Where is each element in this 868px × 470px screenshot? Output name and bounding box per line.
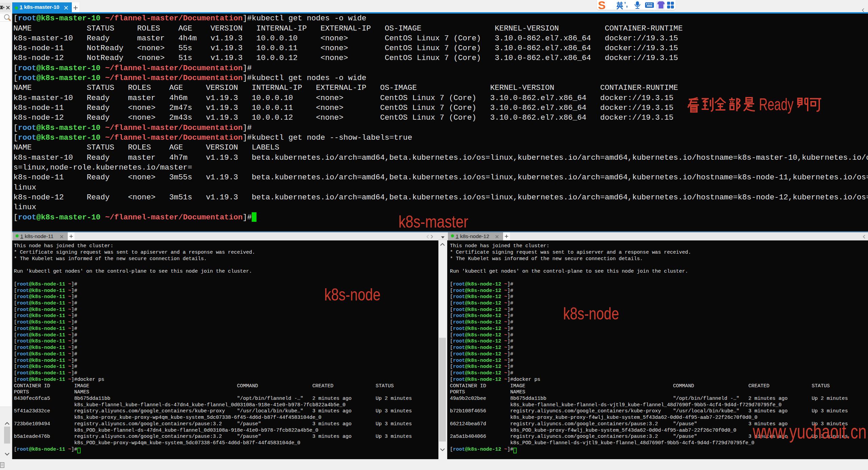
svg-text:Ready: Ready (759, 95, 793, 114)
svg-text:’,: ’, (624, 1, 628, 8)
svg-text:www.yuchaoit.cn: www.yuchaoit.cn (753, 424, 867, 443)
svg-text:k8s-master: k8s-master (398, 215, 468, 231)
svg-text:k8s-node: k8s-node (563, 307, 619, 323)
svg-text:S: S (598, 0, 606, 10)
svg-text:k8s-node: k8s-node (324, 288, 380, 304)
